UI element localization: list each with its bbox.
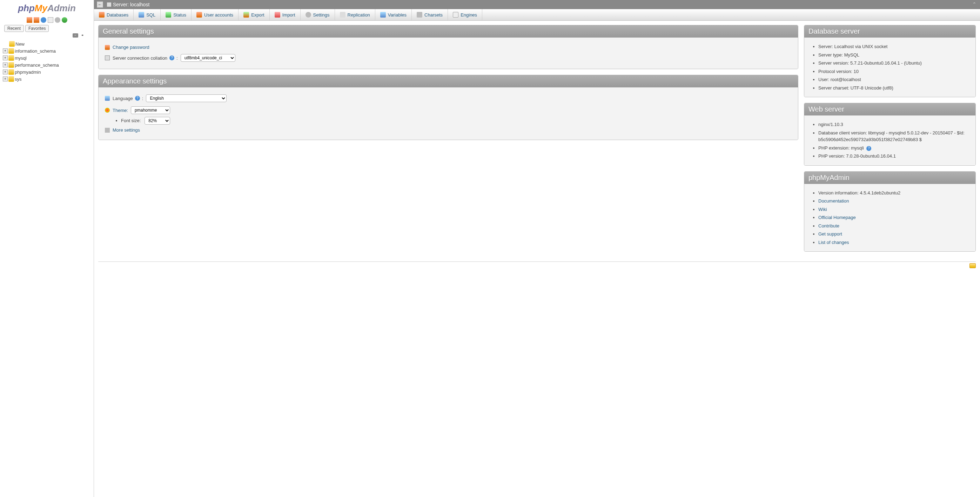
link-icon[interactable]: ⚭ xyxy=(80,33,85,38)
navtab-charsets[interactable]: Charsets xyxy=(412,9,448,20)
navtab-sql[interactable]: SQL xyxy=(134,9,161,20)
help-icon[interactable] xyxy=(41,17,46,23)
expand-icon[interactable]: + xyxy=(3,48,8,53)
language-label: Language xyxy=(113,96,133,101)
info-item: Server charset: UTF-8 Unicode (utf8) xyxy=(818,84,969,92)
general-settings-panel: General settings Change password Server … xyxy=(98,25,798,69)
nav-tabs: Databases SQL Status User accounts Expor… xyxy=(94,9,980,21)
home-icon[interactable] xyxy=(27,17,32,23)
navtab-import[interactable]: Import xyxy=(270,9,301,20)
lock-icon xyxy=(105,45,110,50)
back-button[interactable]: ← xyxy=(97,2,103,8)
expand-icon[interactable]: + xyxy=(3,70,8,75)
logo-admin: Admin xyxy=(47,3,76,13)
help-icon[interactable]: ? xyxy=(135,96,140,101)
engines-icon xyxy=(453,12,458,18)
theme-select[interactable]: pmahomme xyxy=(131,106,170,114)
wiki-link[interactable]: Wiki xyxy=(818,207,827,212)
reload-icon[interactable] xyxy=(62,17,67,23)
theme-label[interactable]: Theme: xyxy=(113,108,128,113)
panel-title: Database server xyxy=(804,25,975,38)
homepage-link[interactable]: Official Homepage xyxy=(818,215,856,220)
docs-icon[interactable] xyxy=(48,17,53,23)
collation-label: Server connection collation xyxy=(113,56,167,61)
info-item: Server type: MySQL xyxy=(818,51,969,59)
console-bar xyxy=(98,261,976,269)
logout-icon[interactable] xyxy=(34,17,39,23)
navtab-export[interactable]: Export xyxy=(239,9,270,20)
help-icon[interactable]: ? xyxy=(169,56,174,61)
navtab-variables[interactable]: Variables xyxy=(375,9,412,20)
replication-icon xyxy=(340,12,345,18)
tree-item[interactable]: + mysql xyxy=(3,54,91,61)
panel-title: Web server xyxy=(804,103,975,115)
database-icon xyxy=(8,55,14,61)
gear-icon[interactable] xyxy=(55,17,60,23)
collation-select[interactable]: utf8mb4_unicode_ci xyxy=(181,54,235,62)
more-settings-link[interactable]: More settings xyxy=(113,127,140,133)
wrench-icon xyxy=(105,128,110,133)
users-icon xyxy=(196,12,202,18)
topbar: ← Server: localhost ⌃ xyxy=(94,0,980,9)
version-info: Version information: 4.5.4.1deb2ubuntu2 xyxy=(818,189,969,197)
export-icon xyxy=(243,12,249,18)
info-item: nginx/1.10.3 xyxy=(818,120,969,129)
navtab-databases[interactable]: Databases xyxy=(94,9,134,20)
import-icon xyxy=(275,12,280,18)
support-link[interactable]: Get support xyxy=(818,231,842,237)
fontsize-label: Font size: xyxy=(121,118,141,123)
info-item: Server version: 5.7.21-0ubuntu0.16.04.1 … xyxy=(818,59,969,67)
tree-item[interactable]: + sys xyxy=(3,75,91,83)
collapse-all-icon[interactable]: − xyxy=(73,33,78,38)
main: ← Server: localhost ⌃ Databases SQL Stat… xyxy=(94,0,980,497)
navtab-replication[interactable]: Replication xyxy=(335,9,375,20)
sql-icon xyxy=(138,12,144,18)
help-icon[interactable]: ? xyxy=(866,146,871,151)
server-icon xyxy=(107,2,111,7)
database-icon xyxy=(8,69,14,75)
gear-icon xyxy=(305,12,311,18)
tree-item[interactable]: + performance_schema xyxy=(3,61,91,68)
logo[interactable]: phpMyAdmin xyxy=(0,0,94,16)
tree-new[interactable]: New xyxy=(3,40,91,48)
collapse-topbar-icon[interactable]: ⌃ xyxy=(972,2,977,7)
info-item: Server: Localhost via UNIX socket xyxy=(818,43,969,51)
console-icon[interactable] xyxy=(969,263,976,268)
sidebar: phpMyAdmin Recent Favorites − ⚭ New xyxy=(0,0,94,497)
database-icon xyxy=(8,76,14,82)
expand-icon[interactable]: + xyxy=(3,76,8,81)
navtab-engines[interactable]: Engines xyxy=(448,9,482,20)
text-icon xyxy=(105,56,110,61)
tab-favorites[interactable]: Favorites xyxy=(25,25,49,32)
server-label: Server: localhost xyxy=(113,2,150,7)
panel-title: phpMyAdmin xyxy=(804,172,975,184)
tab-recent[interactable]: Recent xyxy=(4,25,24,32)
database-server-panel: Database server Server: Localhost via UN… xyxy=(804,25,976,97)
navtab-settings[interactable]: Settings xyxy=(301,9,335,20)
expand-icon[interactable]: + xyxy=(3,62,8,67)
fontsize-select[interactable]: 82% xyxy=(145,117,170,124)
tree-item[interactable]: + phpmyadmin xyxy=(3,68,91,75)
info-item: User: root@localhost xyxy=(818,75,969,84)
change-password-link[interactable]: Change password xyxy=(113,45,150,50)
language-select[interactable]: English xyxy=(146,94,227,102)
phpmyadmin-panel: phpMyAdmin Version information: 4.5.4.1d… xyxy=(804,171,976,252)
info-item: Protocol version: 10 xyxy=(818,67,969,76)
new-db-icon xyxy=(9,41,15,47)
logo-my: My xyxy=(35,3,47,13)
appearance-settings-panel: Appearance settings Language ?: English xyxy=(98,75,798,140)
variables-icon xyxy=(380,12,386,18)
tree-item[interactable]: + information_schema xyxy=(3,48,91,54)
panel-title: General settings xyxy=(99,25,798,38)
navtab-user-accounts[interactable]: User accounts xyxy=(191,9,239,20)
expand-icon[interactable]: + xyxy=(3,56,8,61)
database-icon xyxy=(8,48,14,54)
database-icon xyxy=(99,12,105,18)
database-icon xyxy=(8,62,14,68)
changes-link[interactable]: List of changes xyxy=(818,240,849,245)
documentation-link[interactable]: Documentation xyxy=(818,198,849,204)
database-tree: New + information_schema + mysql + perfo… xyxy=(0,39,94,84)
navtab-status[interactable]: Status xyxy=(161,9,191,20)
info-item: Database client version: libmysql - mysq… xyxy=(818,129,969,144)
contribute-link[interactable]: Contribute xyxy=(818,223,839,228)
